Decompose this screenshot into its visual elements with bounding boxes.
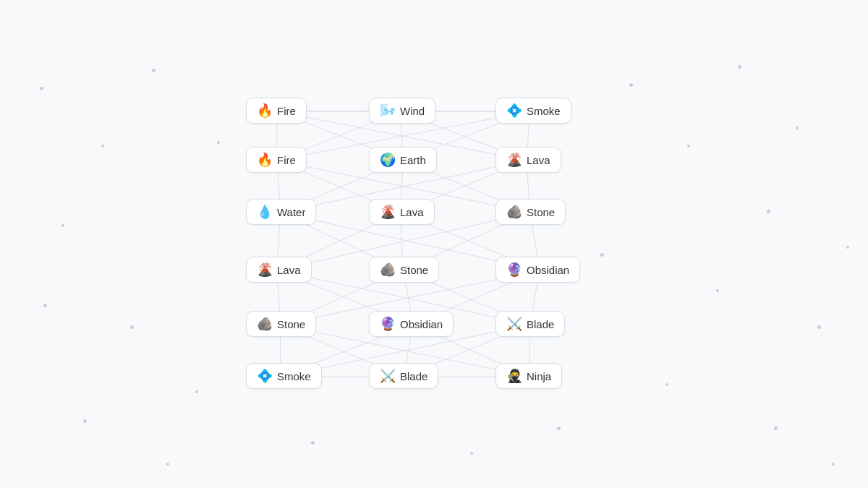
node-blade2[interactable]: ⚔️Blade [369, 363, 438, 389]
node-fire1[interactable]: 🔥Fire [246, 98, 307, 124]
bg-dot-7 [166, 463, 169, 466]
bg-dot-2 [152, 69, 156, 72]
node-emoji-obsid1: 🔮 [506, 263, 522, 276]
bg-dot-15 [665, 383, 668, 386]
bg-dot-8 [629, 83, 633, 87]
node-label-stone1: Stone [527, 206, 555, 218]
node-lava1[interactable]: 🌋Lava [495, 147, 561, 173]
bg-dot-16 [774, 427, 778, 430]
node-water1[interactable]: 💧Water [246, 199, 316, 225]
node-emoji-wind1: 🌬️ [380, 104, 396, 117]
node-lava3[interactable]: 🌋Lava [246, 257, 312, 283]
connections-canvas [0, 0, 868, 488]
node-emoji-blade2: ⚔️ [380, 369, 396, 382]
node-stone3[interactable]: 🪨Stone [246, 311, 316, 337]
node-label-ninja1: Ninja [527, 370, 551, 382]
bg-dot-9 [687, 145, 690, 147]
bg-dot-18 [43, 304, 47, 307]
node-wind1[interactable]: 🌬️Wind [369, 98, 435, 124]
bg-dot-23 [470, 452, 473, 455]
node-label-fire2: Fire [277, 154, 296, 166]
node-earth1[interactable]: 🌍Earth [369, 147, 437, 173]
node-obsid2[interactable]: 🔮Obsidian [369, 311, 454, 337]
bg-dot-0 [40, 87, 43, 90]
node-label-obsid2: Obsidian [400, 318, 443, 330]
node-ninja1[interactable]: 🥷Ninja [495, 363, 562, 389]
node-label-stone2: Stone [400, 264, 428, 276]
bg-dot-21 [846, 246, 849, 249]
bg-dot-6 [83, 419, 87, 423]
node-smoke1[interactable]: 💠Smoke [495, 98, 571, 124]
node-obsid1[interactable]: 🔮Obsidian [495, 257, 580, 283]
bg-dot-3 [61, 224, 64, 227]
node-label-wind1: Wind [400, 105, 425, 117]
node-label-blade2: Blade [400, 370, 427, 382]
node-label-lava3: Lava [277, 264, 301, 276]
node-blade1[interactable]: ⚔️Blade [495, 311, 565, 337]
node-label-lava1: Lava [527, 154, 550, 166]
node-label-smoke1: Smoke [527, 105, 561, 117]
bg-dot-10 [738, 65, 741, 69]
node-emoji-ninja1: 🥷 [506, 369, 522, 382]
node-label-fire1: Fire [277, 105, 296, 117]
node-label-smoke2: Smoke [277, 370, 311, 382]
node-label-water1: Water [277, 206, 305, 218]
node-lava2[interactable]: 🌋Lava [369, 199, 435, 225]
bg-dot-11 [796, 127, 799, 129]
bg-dot-19 [217, 141, 220, 144]
bg-dot-4 [130, 325, 134, 329]
node-label-blade1: Blade [527, 318, 554, 330]
node-fire2[interactable]: 🔥Fire [246, 147, 307, 173]
bg-dot-22 [311, 441, 315, 445]
node-emoji-lava3: 🌋 [257, 263, 273, 276]
node-emoji-lava1: 🌋 [506, 153, 522, 166]
bg-dot-20 [600, 253, 604, 257]
node-emoji-earth1: 🌍 [380, 153, 396, 166]
bg-dot-13 [716, 289, 719, 292]
node-emoji-stone1: 🪨 [506, 205, 522, 218]
node-emoji-stone2: 🪨 [380, 263, 396, 276]
node-emoji-obsid2: 🔮 [380, 317, 396, 330]
node-label-lava2: Lava [400, 206, 424, 218]
node-emoji-lava2: 🌋 [380, 205, 396, 218]
bg-dot-1 [101, 145, 104, 147]
node-stone1[interactable]: 🪨Stone [495, 199, 566, 225]
bg-dot-5 [195, 390, 198, 393]
bg-dot-17 [832, 463, 835, 466]
bg-dot-14 [817, 325, 821, 329]
node-label-earth1: Earth [400, 154, 426, 166]
node-emoji-fire1: 🔥 [257, 104, 273, 117]
node-emoji-smoke1: 💠 [506, 104, 522, 117]
node-smoke2[interactable]: 💠Smoke [246, 363, 322, 389]
node-emoji-water1: 💧 [257, 205, 273, 218]
node-stone2[interactable]: 🪨Stone [369, 257, 439, 283]
node-emoji-blade1: ⚔️ [506, 317, 522, 330]
bg-dot-24 [557, 427, 561, 430]
bg-dot-12 [767, 210, 770, 213]
node-emoji-smoke2: 💠 [257, 369, 273, 382]
node-emoji-fire2: 🔥 [257, 153, 273, 166]
node-label-obsid1: Obsidian [527, 264, 569, 276]
node-emoji-stone3: 🪨 [257, 317, 273, 330]
node-label-stone3: Stone [277, 318, 305, 330]
